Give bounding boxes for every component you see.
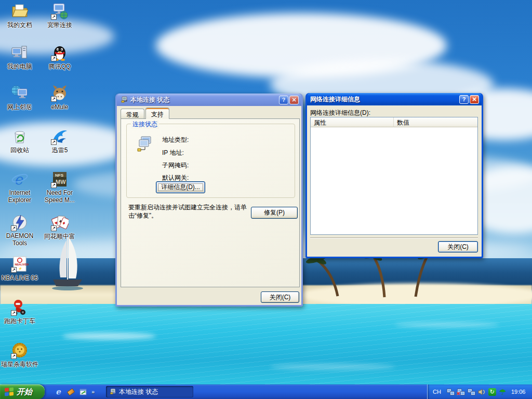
my-computer-icon (11, 44, 29, 61)
desktop-icon-nba-live[interactable]: NBALIVE06 ⚡ ↗ NBA LIVE 06 (1, 255, 39, 282)
shortcut-arrow-icon: ↗ (11, 310, 17, 316)
shortcut-arrow-icon: ↗ (51, 96, 57, 102)
icon-label: 我的电脑 (7, 63, 32, 70)
taskbar-task-local-connection[interactable]: 本地连接 状态 (106, 386, 193, 397)
quick-launch-bar: e » (50, 384, 104, 399)
icon-label: 回收站 (10, 147, 29, 154)
taskbar: 开始 e » 本地连接 状态 CH (0, 384, 532, 399)
details-listview[interactable]: 属性 数值 (310, 117, 478, 235)
windows-logo-icon (4, 387, 14, 397)
network-places-icon (11, 84, 29, 102)
title-bar[interactable]: 本地连接 状态 ? ✕ (117, 94, 301, 106)
details-list-label: 网络连接详细信息(D): (310, 109, 370, 117)
system-tray: CH ✕ ↻ ☂ 19:06 (427, 384, 532, 399)
sailboat (45, 233, 88, 296)
icon-label: Internet Explorer (1, 189, 39, 204)
icon-label: NBA LIVE 06 (2, 274, 38, 282)
language-indicator[interactable]: CH (433, 389, 441, 395)
repair-button[interactable]: 修复(P) (251, 207, 298, 219)
column-header-property[interactable]: 属性 (311, 117, 394, 127)
desktop-icon-qq[interactable]: ↗ 腾讯QQ (41, 44, 79, 71)
desktop-icon-popkart[interactable]: ↗ 跑跑卡丁车 (1, 298, 39, 325)
tab-general[interactable]: 常规 (121, 109, 144, 118)
icon-label: DAEMON Tools (1, 232, 39, 247)
tab-support[interactable]: 支持 (145, 108, 169, 119)
shortcut-arrow-icon: ↗ (51, 14, 57, 20)
internet-explorer-icon[interactable]: e (54, 388, 62, 396)
desktop-icon-recycle-bin[interactable]: 回收站 (1, 127, 39, 154)
window-title: 网络连接详细信息 (310, 95, 458, 104)
taskbar-clock: 19:06 (511, 389, 526, 395)
folder-documents-icon (11, 2, 29, 20)
icon-label: 跑跑卡丁车 (4, 317, 35, 325)
start-label: 开始 (17, 387, 32, 397)
umbrella-icon[interactable]: ☂ (498, 388, 507, 396)
shortcut-arrow-icon: ↗ (11, 267, 17, 273)
desktop-icon-rising[interactable]: ↗ 瑞星杀毒软件 (1, 341, 39, 368)
close-button[interactable]: 关闭(C) (438, 241, 478, 252)
shortcut-arrow-icon: ↗ (11, 353, 17, 359)
desktop-icon-my-documents[interactable]: 我的文档 (1, 2, 39, 29)
volume-icon[interactable] (477, 388, 486, 396)
icon-label: eMule (51, 103, 69, 111)
shortcut-arrow-icon: ↗ (51, 182, 57, 188)
recycle-bin-icon (11, 127, 29, 145)
help-button[interactable]: ? (279, 96, 288, 104)
close-window-button[interactable]: ✕ (470, 95, 479, 104)
tray-icons: ✕ ↻ ☂ (446, 388, 507, 396)
ip-address-label: IP 地址: (162, 149, 184, 157)
desktop-icon-nfs[interactable]: NFS MW ↗ Need For Speed M... (41, 170, 79, 204)
connection-status-icon (136, 136, 154, 153)
svg-text:MW: MW (56, 179, 66, 185)
icon-label: 我的文档 (7, 21, 32, 29)
dialog-body: 常规 支持 连接状态 地址类型: IP 地址: 子网掩码: (117, 106, 301, 305)
window-title: 本地连接 状态 (130, 96, 278, 104)
groupbox-title: 连接状态 (131, 120, 159, 129)
desktop-icon-thunder5[interactable]: ↗ 迅雷5 (41, 127, 79, 154)
desktop-icon-broadband[interactable]: ↗ 宽带连接 (41, 2, 79, 29)
svg-text:NBALIVE06: NBALIVE06 (15, 263, 29, 266)
desktop-icon-internet-explorer[interactable]: e Internet Explorer (1, 170, 39, 204)
desktop-icon-network-places[interactable]: 网上邻居 (1, 84, 39, 111)
svg-text:⚡: ⚡ (18, 267, 22, 271)
icon-label: 网上邻居 (7, 103, 32, 111)
green-sync-icon[interactable]: ↻ (488, 388, 497, 396)
help-button[interactable]: ? (459, 95, 469, 104)
window-with-arrow-icon[interactable] (79, 388, 87, 396)
local-connection-status-dialog: 本地连接 状态 ? ✕ 常规 支持 连接状态 (115, 94, 303, 307)
svg-text:NFS: NFS (55, 173, 64, 178)
icon-label: Need For Speed M... (41, 189, 79, 204)
network-details-dialog: 网络连接详细信息 ? ✕ 网络连接详细信息(D): 属性 数值 关闭(C) (305, 93, 483, 258)
separator-line (310, 237, 478, 238)
icon-label: 宽带连接 (47, 21, 72, 29)
tab-strip: 常规 支持 (121, 107, 170, 118)
support-tab-page: 连接状态 地址类型: IP 地址: 子网掩码: 默认网关: 详细信息(D)...… (121, 118, 300, 287)
desktop-icon-emule[interactable]: ↗ eMule (41, 84, 79, 111)
shortcut-arrow-icon: ↗ (51, 225, 57, 231)
network-connection-icon (120, 96, 128, 104)
show-desktop-icon[interactable] (66, 388, 75, 396)
network-connection-icon (109, 388, 116, 395)
task-button-label: 本地连接 状态 (119, 388, 158, 396)
title-bar[interactable]: 网络连接详细信息 ? ✕ (307, 93, 482, 105)
icon-label: 迅雷5 (52, 147, 68, 154)
details-button[interactable]: 详细信息(D)... (156, 181, 205, 193)
shortcut-arrow-icon: ↗ (51, 139, 57, 145)
start-button[interactable]: 开始 (0, 384, 45, 399)
icon-label: 瑞星杀毒软件 (1, 361, 38, 368)
close-window-button[interactable]: ✕ (289, 96, 299, 104)
icon-label: 同花顺中富 (44, 233, 75, 240)
desktop-icon-daemon-tools[interactable]: ↗ DAEMON Tools (1, 214, 39, 247)
column-header-value[interactable]: 数值 (394, 117, 477, 127)
icon-label: 腾讯QQ (49, 63, 71, 70)
quick-launch-overflow-chevron[interactable]: » (91, 389, 95, 395)
network-icon[interactable] (446, 388, 455, 396)
close-button[interactable]: 关闭(C) (261, 291, 299, 303)
desktop-icon-my-computer[interactable]: 我的电脑 (1, 44, 39, 71)
repair-hint-text: 要重新启动连接并试图建立完全连接，请单击“修复”。 (128, 203, 251, 220)
listview-header: 属性 数值 (311, 117, 477, 127)
connection-status-groupbox: 连接状态 地址类型: IP 地址: 子网掩码: 默认网关: (126, 124, 295, 198)
network-disconnected-icon[interactable]: ✕ (457, 388, 466, 396)
desktop-icon-tonghuashun[interactable]: ♥ ♠ ♦ ↗ 同花顺中富 (41, 214, 79, 241)
network-icon[interactable] (467, 388, 476, 396)
